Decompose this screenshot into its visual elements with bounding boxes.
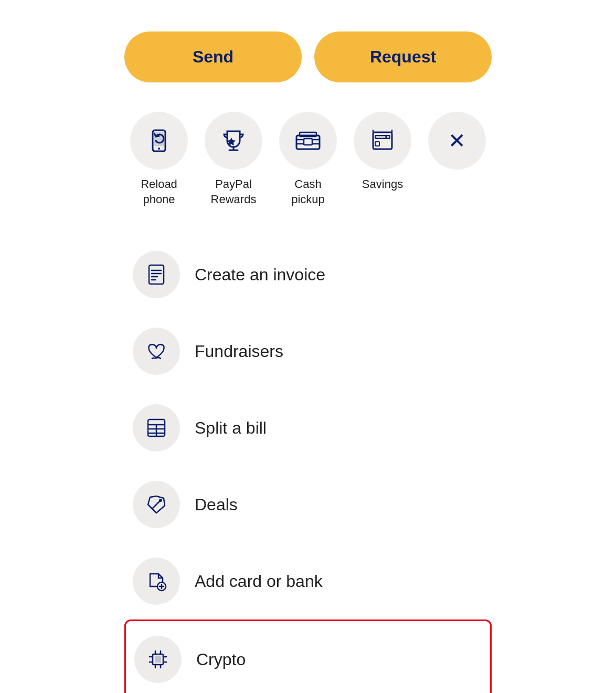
reload-phone-icon-circle xyxy=(130,112,188,170)
action-buttons-row: Send Request xyxy=(124,32,492,82)
reload-phone-icon xyxy=(146,128,172,153)
svg-rect-7 xyxy=(304,139,312,145)
send-button[interactable]: Send xyxy=(124,32,302,82)
list-item-split-bill[interactable]: Split a bill xyxy=(124,390,492,466)
reload-phone-label: Reloadphone xyxy=(141,177,177,207)
svg-rect-15 xyxy=(375,142,379,146)
svg-line-30 xyxy=(152,501,160,509)
fundraisers-label: Fundraisers xyxy=(195,342,283,361)
split-bill-icon-circle xyxy=(133,404,180,452)
cash-pickup-label: Cashpickup xyxy=(291,177,325,207)
trophy-icon xyxy=(221,128,246,153)
svg-rect-19 xyxy=(149,265,164,284)
list-items-section: Create an invoice Fundraisers xyxy=(124,236,492,693)
list-item-create-invoice[interactable]: Create an invoice xyxy=(124,236,492,313)
close-icon: ✕ xyxy=(448,130,466,151)
quick-action-paypal-rewards[interactable]: PayPalRewards xyxy=(199,112,268,207)
list-item-fundraisers[interactable]: Fundraisers xyxy=(124,313,492,390)
quick-action-cash-pickup[interactable]: Cashpickup xyxy=(273,112,343,207)
paypal-rewards-label: PayPalRewards xyxy=(211,177,257,207)
quick-action-close[interactable]: ✕ xyxy=(422,112,492,177)
deals-icon xyxy=(145,493,168,516)
quick-actions-row: Reloadphone PayPalRewards xyxy=(124,112,492,207)
savings-label: Savings xyxy=(362,177,403,192)
invoice-icon-circle xyxy=(133,251,180,298)
savings-icon-circle xyxy=(354,112,411,170)
quick-action-reload-phone[interactable]: Reloadphone xyxy=(124,112,194,207)
crypto-icon-circle xyxy=(134,636,182,683)
quick-action-savings[interactable]: Savings xyxy=(348,112,417,192)
add-card-icon xyxy=(145,570,168,593)
svg-rect-35 xyxy=(155,656,161,663)
crypto-label: Crypto xyxy=(196,650,246,669)
svg-rect-5 xyxy=(296,135,320,149)
add-card-icon-circle xyxy=(133,558,180,605)
cash-pickup-icon-circle xyxy=(279,112,337,170)
savings-icon xyxy=(370,128,395,153)
list-item-deals[interactable]: Deals xyxy=(124,466,492,543)
trophy-icon-circle xyxy=(205,112,262,170)
deals-label: Deals xyxy=(195,495,238,514)
invoice-icon xyxy=(145,263,168,286)
crypto-icon xyxy=(146,648,169,671)
main-container: Send Request Reloadphone xyxy=(124,32,492,693)
cash-pickup-icon xyxy=(294,128,322,153)
split-bill-icon xyxy=(145,416,168,439)
svg-point-16 xyxy=(385,136,387,138)
list-item-crypto[interactable]: Crypto xyxy=(124,620,492,693)
list-item-add-card-bank[interactable]: Add card or bank xyxy=(124,543,492,620)
close-icon-circle: ✕ xyxy=(428,112,486,170)
svg-rect-6 xyxy=(300,132,316,136)
deals-icon-circle xyxy=(133,481,180,528)
fundraisers-icon xyxy=(145,340,168,363)
svg-point-2 xyxy=(158,148,160,150)
split-bill-label: Split a bill xyxy=(195,418,267,438)
svg-rect-12 xyxy=(373,132,392,149)
request-button[interactable]: Request xyxy=(314,32,492,82)
create-invoice-label: Create an invoice xyxy=(195,265,325,285)
fundraisers-icon-circle xyxy=(133,328,180,375)
add-card-bank-label: Add card or bank xyxy=(195,572,323,591)
